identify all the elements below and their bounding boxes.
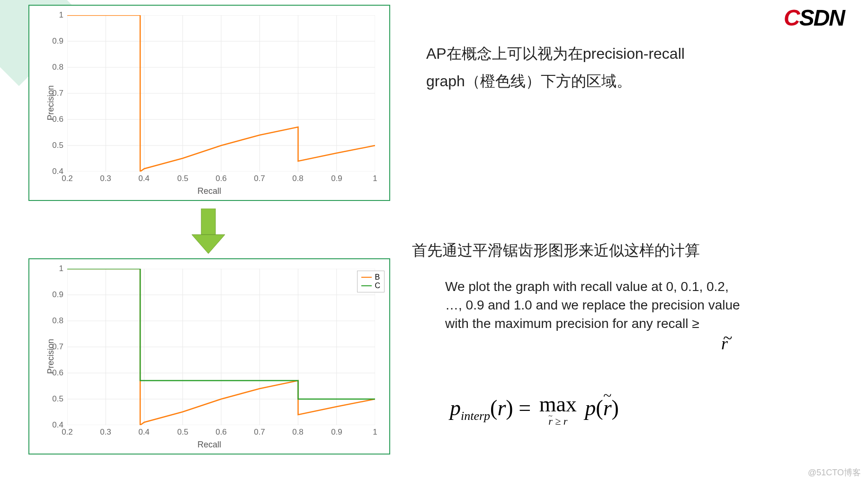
chart2-xlabel: Recall xyxy=(197,440,221,450)
chart2-xtick: 0.5 xyxy=(177,427,188,437)
para1-line2: graph（橙色线）下方的区域。 xyxy=(426,73,632,90)
para1-line1: AP在概念上可以视为在precision-recall xyxy=(426,45,685,62)
formula-p1: p xyxy=(450,396,461,420)
chart2-xtick: 0.9 xyxy=(331,427,342,437)
chart2-xtick: 0.4 xyxy=(138,427,150,437)
legend-swatch-c xyxy=(361,285,372,287)
chart1-xtick: 0.3 xyxy=(100,174,111,183)
formula-eq: = xyxy=(519,396,531,420)
chart2-ytick: 1 xyxy=(48,264,63,273)
chart2-xtick: 0.6 xyxy=(215,427,227,437)
chart2-ytick: 0.8 xyxy=(48,316,63,326)
paragraph-2: 首先通过平滑锯齿形图形来近似这样的计算 xyxy=(412,237,743,264)
formula-max-bot: r ≥ r xyxy=(539,416,577,427)
english-explanation: We plot the graph with recall value at 0… xyxy=(445,277,748,333)
legend-label-c: C xyxy=(375,282,380,290)
chart2-ytick: 0.7 xyxy=(48,342,63,352)
interpolation-formula: pinterp(r) = max r ≥ r p(r) xyxy=(450,393,619,427)
csdn-logo: CSDN xyxy=(784,5,844,31)
r-tilde-symbol: r xyxy=(721,334,728,354)
chart1-ytick: 0.8 xyxy=(48,63,63,72)
chart2-plot xyxy=(67,269,375,425)
chart1-xtick: 0.7 xyxy=(254,174,265,183)
chart2-xtick: 0.7 xyxy=(254,427,265,437)
chart1-xtick: 0.2 xyxy=(62,174,73,183)
chart1-xtick: 0.5 xyxy=(177,174,188,183)
chart1-xtick: 0.9 xyxy=(331,174,342,183)
chart2-xtick: 0.8 xyxy=(292,427,304,437)
chart1-xtick: 0.6 xyxy=(215,174,227,183)
arrow-down-icon xyxy=(189,209,227,256)
chart2-xtick: 1 xyxy=(373,427,377,437)
chart2-xtick: 0.2 xyxy=(62,427,73,437)
precision-recall-chart-2: Precision Recall B C 1 0.9 0.8 0.7 0.6 0… xyxy=(28,258,390,455)
chart2-ytick: 0.6 xyxy=(48,368,63,378)
legend-swatch-b xyxy=(361,277,372,278)
formula-r2: r xyxy=(603,395,612,420)
chart2-ytick: 0.9 xyxy=(48,290,63,300)
formula-r1: r xyxy=(497,396,506,420)
svg-rect-16 xyxy=(201,209,215,235)
watermark: @51CTO博客 xyxy=(808,467,861,478)
chart1-ytick: 0.7 xyxy=(48,89,63,98)
chart2-ytick: 0.5 xyxy=(48,394,63,404)
chart1-ytick: 0.5 xyxy=(48,141,63,150)
chart1-plot xyxy=(67,15,375,172)
formula-p2: p xyxy=(585,396,596,420)
chart1-xtick: 0.4 xyxy=(138,174,150,183)
formula-sub: interp xyxy=(461,409,490,423)
paragraph-1: AP在概念上可以视为在precision-recall graph（橙色线）下方… xyxy=(426,40,720,95)
chart1-ytick: 0.6 xyxy=(48,115,63,124)
chart1-xtick: 0.8 xyxy=(292,174,304,183)
chart2-xtick: 0.3 xyxy=(100,427,111,437)
logo-rest: SDN xyxy=(799,5,844,30)
chart1-xlabel: Recall xyxy=(197,186,221,196)
chart1-ytick: 0.9 xyxy=(48,36,63,46)
chart2-legend: B C xyxy=(357,271,385,292)
logo-c: C xyxy=(784,5,799,30)
svg-marker-17 xyxy=(192,235,225,254)
chart1-ytick: 1 xyxy=(48,10,63,20)
formula-max: max r ≥ r xyxy=(539,393,577,427)
formula-max-top: max xyxy=(539,393,577,415)
legend-label-b: B xyxy=(375,273,380,282)
precision-recall-chart-1: Precision Recall 1 0.9 0.8 0.7 0.6 0.5 0… xyxy=(28,5,390,201)
chart1-xtick: 1 xyxy=(373,174,377,183)
